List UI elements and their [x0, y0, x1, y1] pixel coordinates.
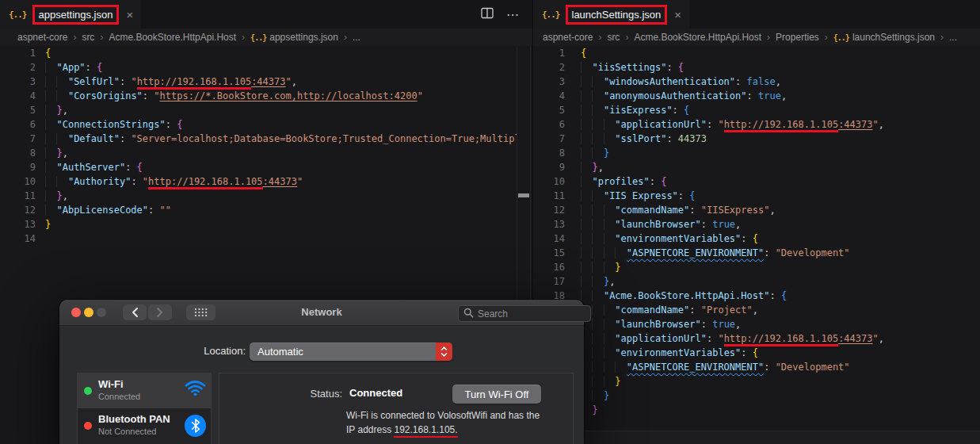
- line-number: 3: [0, 75, 36, 89]
- search-field[interactable]: Search: [458, 305, 591, 322]
- line-number: 5: [0, 103, 36, 117]
- line-number: 1: [533, 46, 565, 60]
- service-status: Not Connected: [98, 427, 156, 436]
- code-line: 7 "Default": "Server=localhost;Database=…: [0, 132, 517, 146]
- code-line: 6 "applicationUrl": "http://192.168.1.10…: [533, 117, 980, 132]
- breadcrumb-separator: ›: [344, 32, 347, 43]
- breadcrumb-item[interactable]: Acme.BookStore.HttpApi.Host: [634, 32, 761, 43]
- connection-info-line2: IP address 192.168.1.105.: [346, 423, 540, 437]
- network-detail-panel: Status: Connected Turn Wi-Fi Off Wi-Fi i…: [219, 373, 574, 444]
- code-line: 14 "environmentVariables": {: [533, 232, 980, 246]
- code-line: 12 "AbpLicenseCode": "": [0, 203, 517, 217]
- code-line: 4 "CorsOrigins": "https://*.BookStore.co…: [0, 89, 517, 103]
- breadcrumb-separator: ›: [598, 32, 601, 43]
- close-icon[interactable]: ×: [674, 8, 681, 21]
- line-number: 3: [533, 75, 565, 89]
- line-number: 14: [0, 232, 36, 246]
- line-number: 8: [0, 146, 36, 160]
- breadcrumb-separator: ›: [940, 32, 944, 43]
- code-line: 12 "commandName": "IISExpress",: [533, 203, 980, 217]
- code-line: 14: [0, 232, 517, 246]
- line-number: 10: [533, 174, 565, 189]
- code-line: 1{: [533, 46, 980, 60]
- breadcrumb-item[interactable]: ...: [353, 32, 360, 43]
- line-number: 6: [0, 117, 36, 132]
- line-number: 4: [533, 89, 565, 103]
- code-line: 24 }: [533, 374, 980, 388]
- tab-launchsettings[interactable]: {..} launchSettings.json ×: [533, 0, 689, 29]
- code-line: 10 "profiles": {: [533, 174, 980, 189]
- line-number: 7: [533, 132, 565, 146]
- breadcrumb-item[interactable]: Properties: [776, 32, 819, 43]
- location-dropdown[interactable]: Automatic: [250, 343, 452, 361]
- breadcrumb-item[interactable]: src: [82, 32, 94, 43]
- wifi-icon: [185, 380, 206, 400]
- line-number: 13: [0, 217, 36, 232]
- breadcrumb-item[interactable]: aspnet-core: [543, 32, 593, 43]
- line-number: 7: [0, 132, 36, 146]
- scrollbar-mark: [518, 193, 529, 197]
- breadcrumb: aspnet-core›src›Acme.BookStore.HttpApi.H…: [533, 29, 980, 46]
- breadcrumb-separator: ›: [73, 32, 76, 43]
- breadcrumb-separator: ›: [767, 32, 770, 43]
- line-number: 9: [0, 160, 36, 174]
- line-number: 12: [533, 203, 565, 217]
- screen: {..} appsettings.json × ⋯ aspnet-core›sr…: [0, 0, 980, 444]
- code-line: 6 "ConnectionStrings": {: [0, 117, 517, 132]
- status-label: Status:: [219, 388, 342, 400]
- line-number: 15: [533, 246, 565, 260]
- json-file-icon: {..}: [9, 10, 27, 20]
- location-value: Automatic: [257, 346, 303, 358]
- code-editor[interactable]: 1{2 "iisSettings": {3 "windowsAuthentica…: [533, 46, 980, 444]
- breadcrumb-item[interactable]: {..}appsettings.json: [250, 32, 338, 43]
- network-service-row-bluetooth[interactable]: Bluetooth PANNot Connected: [78, 408, 211, 443]
- code-line: 15 "ASPNETCORE_ENVIRONMENT": "Developmen…: [533, 246, 980, 260]
- line-number: 14: [533, 232, 565, 246]
- network-service-row-wifi[interactable]: Wi-FiConnected: [78, 373, 211, 408]
- status-value: Connected: [349, 387, 402, 399]
- close-icon[interactable]: ×: [126, 8, 133, 21]
- bluetooth-icon: [185, 415, 206, 437]
- breadcrumb-item[interactable]: src: [607, 32, 620, 43]
- code-line: 3 "windowsAuthentication": false,: [533, 75, 980, 89]
- connection-info: Wi-Fi is connected to VolosoftWifi and h…: [346, 408, 540, 437]
- breadcrumb-item[interactable]: Acme.BookStore.HttpApi.Host: [109, 32, 236, 43]
- code-line: 11 },: [0, 189, 517, 203]
- code-line: 25 }: [533, 388, 980, 403]
- code-line: 23 "ASPNETCORE_ENVIRONMENT": "Developmen…: [533, 360, 980, 374]
- editor-actions: ⋯: [481, 7, 532, 22]
- breadcrumb-item[interactable]: aspnet-core: [17, 32, 67, 43]
- code-line: 3 "SelfUrl": "http://192.168.1.105:44373…: [0, 75, 517, 89]
- code-line: 17 },: [533, 274, 980, 289]
- network-window: Network Search Location: Automatic Wi-Fi…: [59, 300, 584, 444]
- code-line: 13}: [0, 217, 517, 232]
- code-line: 10 "Authority": "http://192.168.1.105:44…: [0, 174, 517, 189]
- line-number: 5: [533, 103, 565, 117]
- line-number: 10: [0, 174, 36, 189]
- editor-bottom-band: [533, 431, 980, 444]
- service-status: Connected: [98, 392, 140, 401]
- line-number: 8: [533, 146, 565, 160]
- turn-wifi-off-button[interactable]: Turn Wi-Fi Off: [452, 385, 541, 404]
- breadcrumb-item[interactable]: ...: [949, 32, 957, 43]
- split-editor-icon[interactable]: [481, 7, 494, 22]
- tab-bar: {..} launchSettings.json ×: [533, 0, 980, 29]
- more-actions-icon[interactable]: ⋯: [506, 7, 520, 22]
- breadcrumb-item[interactable]: {..}launchSettings.json: [833, 32, 935, 43]
- window-titlebar[interactable]: Network Search: [59, 300, 584, 326]
- search-icon: [463, 308, 474, 320]
- code-line: 26 }: [533, 403, 980, 417]
- code-line: 8 }: [533, 146, 980, 160]
- line-number: 2: [0, 60, 36, 75]
- code-line: 2 "iisSettings": {: [533, 60, 980, 75]
- location-label: Location:: [59, 345, 246, 357]
- code-line: 19 "commandName": "Project",: [533, 303, 980, 317]
- tab-appsettings[interactable]: {..} appsettings.json ×: [0, 0, 141, 29]
- line-number: 11: [533, 189, 565, 203]
- line-number: 1: [0, 46, 36, 60]
- line-number: 16: [533, 260, 565, 274]
- code-line: 22 "environmentVariables": {: [533, 346, 980, 360]
- status-dot: [84, 422, 92, 430]
- ip-address: 192.168.1.105.: [394, 424, 457, 438]
- code-line: 13 "launchBrowser": true,: [533, 217, 980, 232]
